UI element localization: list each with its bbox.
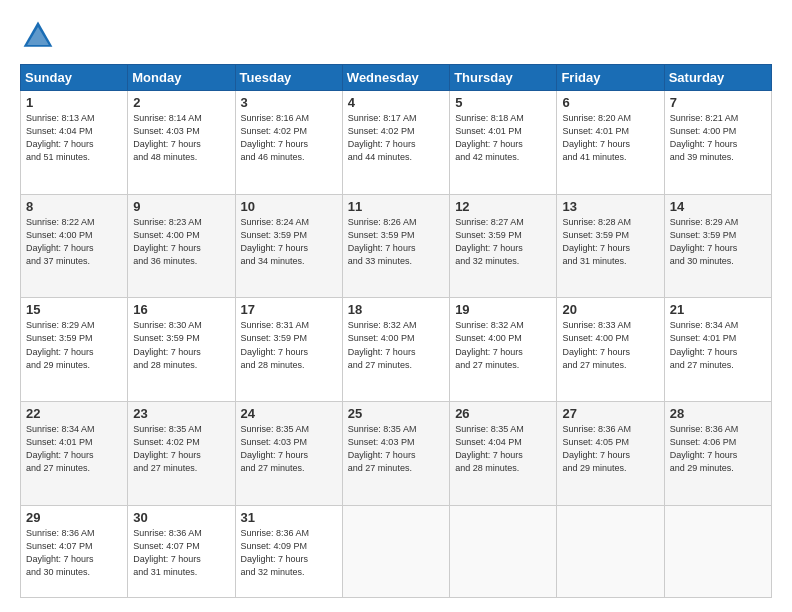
day-number: 13 [562, 199, 658, 214]
day-info: Sunrise: 8:33 AM Sunset: 4:00 PM Dayligh… [562, 319, 658, 371]
day-info: Sunrise: 8:35 AM Sunset: 4:02 PM Dayligh… [133, 423, 229, 475]
day-number: 9 [133, 199, 229, 214]
calendar-cell: 6Sunrise: 8:20 AM Sunset: 4:01 PM Daylig… [557, 91, 664, 195]
day-info: Sunrise: 8:13 AM Sunset: 4:04 PM Dayligh… [26, 112, 122, 164]
calendar-cell: 12Sunrise: 8:27 AM Sunset: 3:59 PM Dayli… [450, 194, 557, 298]
logo-icon [20, 18, 56, 54]
day-number: 18 [348, 302, 444, 317]
calendar-cell [342, 505, 449, 597]
day-info: Sunrise: 8:28 AM Sunset: 3:59 PM Dayligh… [562, 216, 658, 268]
calendar-cell: 20Sunrise: 8:33 AM Sunset: 4:00 PM Dayli… [557, 298, 664, 402]
day-number: 28 [670, 406, 766, 421]
week-row-5: 29Sunrise: 8:36 AM Sunset: 4:07 PM Dayli… [21, 505, 772, 597]
logo [20, 18, 60, 54]
header-tuesday: Tuesday [235, 65, 342, 91]
day-info: Sunrise: 8:20 AM Sunset: 4:01 PM Dayligh… [562, 112, 658, 164]
day-number: 23 [133, 406, 229, 421]
day-info: Sunrise: 8:35 AM Sunset: 4:03 PM Dayligh… [348, 423, 444, 475]
day-number: 7 [670, 95, 766, 110]
calendar-cell: 10Sunrise: 8:24 AM Sunset: 3:59 PM Dayli… [235, 194, 342, 298]
calendar-cell: 23Sunrise: 8:35 AM Sunset: 4:02 PM Dayli… [128, 402, 235, 506]
day-info: Sunrise: 8:23 AM Sunset: 4:00 PM Dayligh… [133, 216, 229, 268]
day-number: 16 [133, 302, 229, 317]
calendar-cell: 19Sunrise: 8:32 AM Sunset: 4:00 PM Dayli… [450, 298, 557, 402]
calendar-cell: 4Sunrise: 8:17 AM Sunset: 4:02 PM Daylig… [342, 91, 449, 195]
day-info: Sunrise: 8:14 AM Sunset: 4:03 PM Dayligh… [133, 112, 229, 164]
day-number: 3 [241, 95, 337, 110]
day-number: 19 [455, 302, 551, 317]
week-row-1: 1Sunrise: 8:13 AM Sunset: 4:04 PM Daylig… [21, 91, 772, 195]
calendar-cell: 29Sunrise: 8:36 AM Sunset: 4:07 PM Dayli… [21, 505, 128, 597]
calendar-cell: 15Sunrise: 8:29 AM Sunset: 3:59 PM Dayli… [21, 298, 128, 402]
calendar-cell [557, 505, 664, 597]
day-info: Sunrise: 8:34 AM Sunset: 4:01 PM Dayligh… [670, 319, 766, 371]
calendar-cell: 25Sunrise: 8:35 AM Sunset: 4:03 PM Dayli… [342, 402, 449, 506]
calendar-cell: 30Sunrise: 8:36 AM Sunset: 4:07 PM Dayli… [128, 505, 235, 597]
day-info: Sunrise: 8:36 AM Sunset: 4:07 PM Dayligh… [26, 527, 122, 579]
header-sunday: Sunday [21, 65, 128, 91]
day-number: 17 [241, 302, 337, 317]
page-header [20, 18, 772, 54]
week-row-2: 8Sunrise: 8:22 AM Sunset: 4:00 PM Daylig… [21, 194, 772, 298]
day-info: Sunrise: 8:36 AM Sunset: 4:05 PM Dayligh… [562, 423, 658, 475]
calendar-cell: 9Sunrise: 8:23 AM Sunset: 4:00 PM Daylig… [128, 194, 235, 298]
day-number: 8 [26, 199, 122, 214]
calendar-cell: 21Sunrise: 8:34 AM Sunset: 4:01 PM Dayli… [664, 298, 771, 402]
calendar-cell: 24Sunrise: 8:35 AM Sunset: 4:03 PM Dayli… [235, 402, 342, 506]
day-number: 29 [26, 510, 122, 525]
day-number: 1 [26, 95, 122, 110]
day-info: Sunrise: 8:32 AM Sunset: 4:00 PM Dayligh… [348, 319, 444, 371]
day-info: Sunrise: 8:35 AM Sunset: 4:04 PM Dayligh… [455, 423, 551, 475]
day-info: Sunrise: 8:29 AM Sunset: 3:59 PM Dayligh… [26, 319, 122, 371]
day-number: 12 [455, 199, 551, 214]
calendar-cell: 17Sunrise: 8:31 AM Sunset: 3:59 PM Dayli… [235, 298, 342, 402]
calendar-cell: 8Sunrise: 8:22 AM Sunset: 4:00 PM Daylig… [21, 194, 128, 298]
header-saturday: Saturday [664, 65, 771, 91]
calendar-cell: 13Sunrise: 8:28 AM Sunset: 3:59 PM Dayli… [557, 194, 664, 298]
header-friday: Friday [557, 65, 664, 91]
day-info: Sunrise: 8:32 AM Sunset: 4:00 PM Dayligh… [455, 319, 551, 371]
day-number: 27 [562, 406, 658, 421]
day-number: 10 [241, 199, 337, 214]
day-info: Sunrise: 8:36 AM Sunset: 4:09 PM Dayligh… [241, 527, 337, 579]
calendar-table: Sunday Monday Tuesday Wednesday Thursday… [20, 64, 772, 598]
calendar-cell: 11Sunrise: 8:26 AM Sunset: 3:59 PM Dayli… [342, 194, 449, 298]
calendar-header-row: Sunday Monday Tuesday Wednesday Thursday… [21, 65, 772, 91]
day-number: 25 [348, 406, 444, 421]
calendar-cell: 7Sunrise: 8:21 AM Sunset: 4:00 PM Daylig… [664, 91, 771, 195]
calendar-cell [450, 505, 557, 597]
week-row-4: 22Sunrise: 8:34 AM Sunset: 4:01 PM Dayli… [21, 402, 772, 506]
calendar-cell: 27Sunrise: 8:36 AM Sunset: 4:05 PM Dayli… [557, 402, 664, 506]
calendar-cell: 26Sunrise: 8:35 AM Sunset: 4:04 PM Dayli… [450, 402, 557, 506]
calendar-cell: 14Sunrise: 8:29 AM Sunset: 3:59 PM Dayli… [664, 194, 771, 298]
day-number: 31 [241, 510, 337, 525]
day-number: 22 [26, 406, 122, 421]
day-number: 21 [670, 302, 766, 317]
day-number: 4 [348, 95, 444, 110]
day-info: Sunrise: 8:17 AM Sunset: 4:02 PM Dayligh… [348, 112, 444, 164]
day-info: Sunrise: 8:18 AM Sunset: 4:01 PM Dayligh… [455, 112, 551, 164]
calendar-cell: 18Sunrise: 8:32 AM Sunset: 4:00 PM Dayli… [342, 298, 449, 402]
day-number: 11 [348, 199, 444, 214]
day-number: 20 [562, 302, 658, 317]
calendar-cell: 16Sunrise: 8:30 AM Sunset: 3:59 PM Dayli… [128, 298, 235, 402]
calendar-cell: 1Sunrise: 8:13 AM Sunset: 4:04 PM Daylig… [21, 91, 128, 195]
day-number: 26 [455, 406, 551, 421]
day-info: Sunrise: 8:29 AM Sunset: 3:59 PM Dayligh… [670, 216, 766, 268]
day-number: 2 [133, 95, 229, 110]
day-number: 30 [133, 510, 229, 525]
calendar-cell: 28Sunrise: 8:36 AM Sunset: 4:06 PM Dayli… [664, 402, 771, 506]
day-info: Sunrise: 8:30 AM Sunset: 3:59 PM Dayligh… [133, 319, 229, 371]
calendar-cell [664, 505, 771, 597]
day-info: Sunrise: 8:31 AM Sunset: 3:59 PM Dayligh… [241, 319, 337, 371]
day-number: 24 [241, 406, 337, 421]
calendar-cell: 31Sunrise: 8:36 AM Sunset: 4:09 PM Dayli… [235, 505, 342, 597]
header-thursday: Thursday [450, 65, 557, 91]
day-info: Sunrise: 8:26 AM Sunset: 3:59 PM Dayligh… [348, 216, 444, 268]
day-info: Sunrise: 8:27 AM Sunset: 3:59 PM Dayligh… [455, 216, 551, 268]
day-info: Sunrise: 8:35 AM Sunset: 4:03 PM Dayligh… [241, 423, 337, 475]
calendar-cell: 22Sunrise: 8:34 AM Sunset: 4:01 PM Dayli… [21, 402, 128, 506]
calendar-cell: 3Sunrise: 8:16 AM Sunset: 4:02 PM Daylig… [235, 91, 342, 195]
day-info: Sunrise: 8:24 AM Sunset: 3:59 PM Dayligh… [241, 216, 337, 268]
day-info: Sunrise: 8:16 AM Sunset: 4:02 PM Dayligh… [241, 112, 337, 164]
